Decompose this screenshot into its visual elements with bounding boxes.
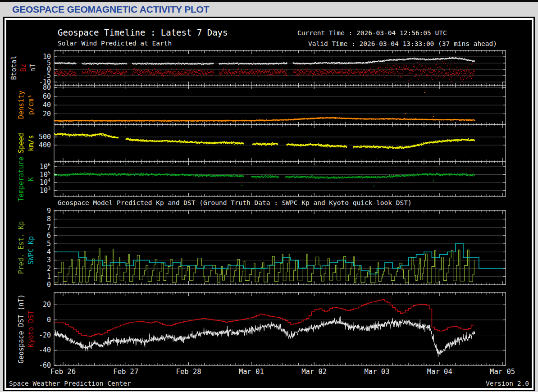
axes-temp [54,162,506,196]
ytick-label: 60 [43,92,51,100]
kyoto-dst-series [54,300,474,337]
ytick-label: 5 [47,240,51,248]
xtick-label: Mar 04 [427,368,452,376]
axis-label-temp-1: K [27,177,35,181]
series-density [54,92,475,122]
ytick-label: 4 [47,248,51,256]
speed-series [54,133,475,149]
axes-bfield [54,50,506,85]
ytick-label: 400 [39,141,51,149]
geospace-subtitle: Geospace Model Predicted Kp and DST (Gro… [58,199,412,206]
ytick-label: 9 [47,207,51,215]
xtick-label: Feb 26 [50,368,76,376]
ytick-label: 3 [47,256,51,264]
page-header: GEOSPACE GEOMAGNETIC ACTIVITY PLOT [0,2,538,17]
xtick-label: Mar 05 [490,368,515,376]
geospace-dst-series [55,316,475,357]
ytick-label: -40 [39,346,51,354]
gridlines-density [54,87,506,114]
ytick-label: 104 [40,178,50,187]
xtick-label: Mar 03 [365,368,390,376]
ytick-label: 103 [40,186,50,195]
series-speed [54,133,475,149]
axis-label-temp-0: Temperature [17,157,25,201]
ytick-label: 20 [43,110,51,118]
geospace-timeline-svg: Geospace Timeline : Latest 7 DaysCurrent… [6,20,532,388]
axis-label-bfield-2: nT [29,64,37,72]
footer-right: Version 2.0 [486,380,529,387]
axis-label-density-1: p/cm³ [27,95,35,115]
axis-label-bfield-0: Btotal [10,55,18,80]
series-dst [54,300,475,357]
ytick-label: 1 [47,273,51,281]
gridlines-bfield [54,57,506,82]
page-title: GEOSPACE GEOMAGNETIC ACTIVITY PLOT [12,4,209,15]
ytick-label: 500 [39,133,51,141]
ytick-label: 20 [43,301,51,309]
axis-label-density-0: Density [17,91,25,119]
series-temp [54,172,475,187]
xtick-label: Feb 27 [113,368,138,376]
ytick-label: 105 [40,170,50,179]
ytick-label: 8 [47,215,51,223]
axes-density [54,85,506,124]
xtick-label: Mar 02 [301,368,327,376]
axis-label-dst-0: Geospace DST (nT) [17,294,25,364]
current-time-label: Current Time : 2026-03-04 12:56:05 UTC [297,29,447,36]
pred-est-kp-series [55,248,474,283]
xtick-label: Feb 28 [176,368,201,376]
axis-label-kp-1: SWPC Kp [27,236,35,264]
ytick-label: 7 [47,223,51,232]
axis-label-dst-1: Kyoto DST [27,310,35,347]
btotal-series [54,57,475,65]
gridlines-temp [54,167,506,191]
plot-frame: Geospace Timeline : Latest 7 DaysCurrent… [3,17,535,391]
solar-wind-subtitle: Solar Wind Predicted at Earth [58,40,172,47]
ytick-label: -20 [39,331,51,339]
footer-left: Space Weather Prediction Center [9,380,131,387]
xtick-label: Mar 01 [239,368,264,376]
ytick-label: 40 [43,101,51,109]
ytick-label: 0 [47,281,51,289]
swpc-kp-series [54,244,506,274]
axis-label-kp-0: Pred. Est. Kp [17,221,25,274]
chart-title: Geospace Timeline : Latest 7 Days [58,27,228,37]
plot-canvas: Geospace Timeline : Latest 7 DaysCurrent… [6,20,532,388]
axis-label-speed-1: km/s [27,135,35,151]
density-series [54,92,475,122]
ytick-label: 80 [43,83,51,91]
series-kp [54,244,506,283]
valid-time-label: Valid Time : 2026-03-04 13:33:00 (37 min… [308,40,497,47]
axes-speed [54,124,506,162]
axes-kp [54,210,506,285]
axis-label-bfield-1: Bz [19,64,27,72]
ytick-label: 2 [47,264,51,273]
ytick-label: 106 [40,162,50,171]
ytick-label: -60 [39,361,51,369]
gridlines-kp [54,219,506,276]
ytick-label: 0 [47,316,51,324]
ytick-label: 6 [47,232,51,240]
temperature-series [54,172,475,187]
axis-label-speed-0: Speed [17,133,25,153]
